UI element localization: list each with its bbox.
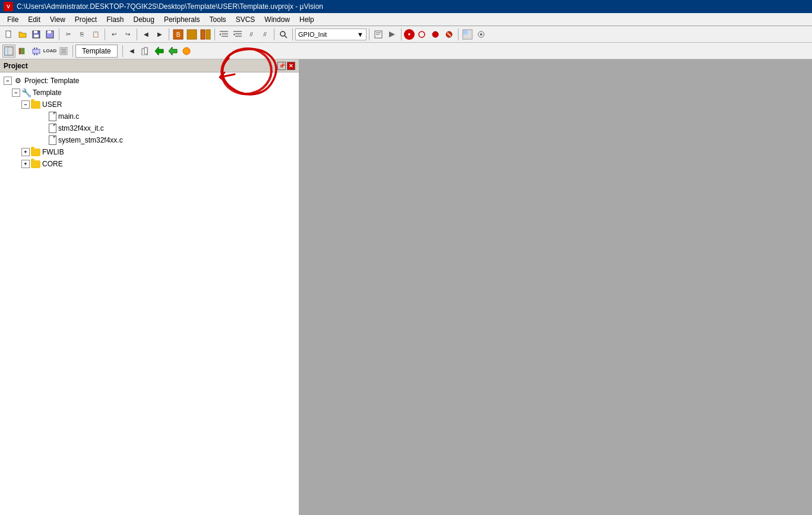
tree-folder-core[interactable]: + CORE xyxy=(0,158,299,170)
build-button[interactable]: B xyxy=(172,28,185,41)
stm32it-label: stm32f4xx_it.c xyxy=(58,124,104,132)
view-options-button[interactable] xyxy=(461,28,474,41)
comment-button[interactable]: // xyxy=(245,28,258,41)
stm32it-spacer xyxy=(39,124,48,132)
menu-window[interactable]: Window xyxy=(260,14,295,25)
batch-build-button[interactable] xyxy=(199,28,212,41)
debug-stop-button[interactable] xyxy=(415,28,428,41)
svg-text:B: B xyxy=(176,31,181,38)
function-dropdown[interactable]: GPIO_Init ▼ xyxy=(295,29,366,40)
debug-break-button[interactable] xyxy=(429,28,442,41)
tree-group-template[interactable]: − 🔧 Template xyxy=(0,87,299,99)
svg-rect-37 xyxy=(22,48,24,54)
stm32it-icon xyxy=(49,124,56,133)
root-label: Project: Template xyxy=(24,77,80,85)
app-icon: V xyxy=(4,2,13,11)
svg-marker-49 xyxy=(155,47,163,55)
unindent-button[interactable] xyxy=(231,28,244,41)
user-folder-label: USER xyxy=(42,100,62,109)
tree-file-stm32-it[interactable]: stm32f4xx_it.c xyxy=(0,122,299,134)
user-toggle[interactable]: − xyxy=(21,100,30,109)
go-to-definition-button[interactable] xyxy=(386,28,399,41)
panel-title: Project xyxy=(4,62,28,70)
mainc-spacer xyxy=(39,112,48,121)
fwlib-toggle[interactable]: + xyxy=(21,148,30,156)
template-group-icon: 🔧 xyxy=(21,88,31,97)
tree-folder-user[interactable]: − USER xyxy=(0,99,299,110)
sysf4-spacer xyxy=(39,136,48,144)
debug-orange-button[interactable] xyxy=(180,45,193,58)
menu-peripherals[interactable]: Peripherals xyxy=(159,14,205,25)
nav-forward-button[interactable]: ▶ xyxy=(153,28,166,41)
tree-root[interactable]: − ⚙ Project: Template xyxy=(0,75,299,87)
dropdown-arrow-icon: ▼ xyxy=(357,31,364,38)
save-button[interactable] xyxy=(30,28,43,41)
svg-point-32 xyxy=(480,33,482,36)
svg-rect-9 xyxy=(201,30,205,39)
svg-rect-41 xyxy=(34,53,35,55)
debug-green1-button[interactable] xyxy=(153,45,166,58)
debug-kill-button[interactable] xyxy=(443,28,456,41)
menu-tools[interactable]: Tools xyxy=(205,14,231,25)
menu-project[interactable]: Project xyxy=(70,14,102,25)
tab-close-file-button[interactable] xyxy=(139,45,152,58)
root-toggle[interactable]: − xyxy=(4,77,12,85)
separator-6 xyxy=(274,29,274,40)
uncomment-button[interactable]: // xyxy=(258,28,271,41)
mainc-icon xyxy=(49,112,56,121)
svg-marker-18 xyxy=(233,33,235,36)
settings2-button[interactable] xyxy=(57,45,70,58)
copy-button[interactable]: ⎘ xyxy=(75,28,89,41)
books-button[interactable] xyxy=(16,45,29,58)
rebuild-button[interactable] xyxy=(185,28,198,41)
tree-file-system-stm32[interactable]: system_stm32f4xx.c xyxy=(0,134,299,146)
svg-rect-42 xyxy=(36,53,37,55)
nav-back-button[interactable]: ◀ xyxy=(140,28,153,41)
panel-close-button[interactable]: ✕ xyxy=(287,62,295,70)
menu-edit[interactable]: Edit xyxy=(23,14,45,25)
menu-help[interactable]: Help xyxy=(295,14,319,25)
editor-area xyxy=(299,59,812,515)
cut-button[interactable]: ✂ xyxy=(62,28,75,41)
svg-rect-10 xyxy=(206,30,210,39)
template-tab[interactable]: Template xyxy=(75,45,118,58)
debug-run-button[interactable]: ● xyxy=(404,29,415,40)
tab-prev-button[interactable]: ◀ xyxy=(125,45,138,58)
new-file-button[interactable] xyxy=(2,28,15,41)
paste-button[interactable]: 📋 xyxy=(89,28,102,41)
svg-line-20 xyxy=(285,36,287,38)
svg-rect-5 xyxy=(48,31,51,33)
find-button[interactable] xyxy=(277,28,290,41)
user-folder-icon xyxy=(31,101,40,109)
tree-folder-fwlib[interactable]: + FWLIB xyxy=(0,146,299,158)
browse-function-button[interactable] xyxy=(372,28,385,41)
debug-green2-button[interactable] xyxy=(166,45,179,58)
toolbar-second: LOAD Template ◀ xyxy=(0,43,812,59)
panel-pin-button[interactable]: 📌 xyxy=(277,62,286,70)
undo-button[interactable]: ↩ xyxy=(108,28,121,41)
template-group-label: Template xyxy=(33,89,62,97)
settings-button[interactable] xyxy=(475,28,488,41)
load-button[interactable]: LOAD xyxy=(43,45,56,58)
menu-file[interactable]: File xyxy=(2,14,23,25)
separator-4 xyxy=(169,29,169,40)
svg-rect-0 xyxy=(6,31,11,37)
redo-button[interactable]: ↪ xyxy=(121,28,134,41)
panel-header: Project 📌 ✕ xyxy=(0,59,299,72)
menu-view[interactable]: View xyxy=(45,14,70,25)
open-file-button[interactable] xyxy=(16,28,29,41)
indent-button[interactable] xyxy=(217,28,230,41)
menu-debug[interactable]: Debug xyxy=(129,14,159,25)
menu-svcs[interactable]: SVCS xyxy=(231,14,260,25)
save-all-button[interactable] xyxy=(43,28,56,41)
project-window-button[interactable] xyxy=(2,45,15,58)
core-toggle[interactable]: + xyxy=(21,160,30,168)
template-toggle[interactable]: − xyxy=(12,89,20,97)
memory-button[interactable] xyxy=(30,45,43,58)
tree-file-mainc[interactable]: main.c xyxy=(0,110,299,122)
separator-1 xyxy=(59,29,59,40)
menu-bar: File Edit View Project Flash Debug Perip… xyxy=(0,13,812,26)
menu-flash[interactable]: Flash xyxy=(102,14,128,25)
separator-8 xyxy=(369,29,369,40)
project-tree: − ⚙ Project: Template − 🔧 Template − USE… xyxy=(0,72,299,515)
